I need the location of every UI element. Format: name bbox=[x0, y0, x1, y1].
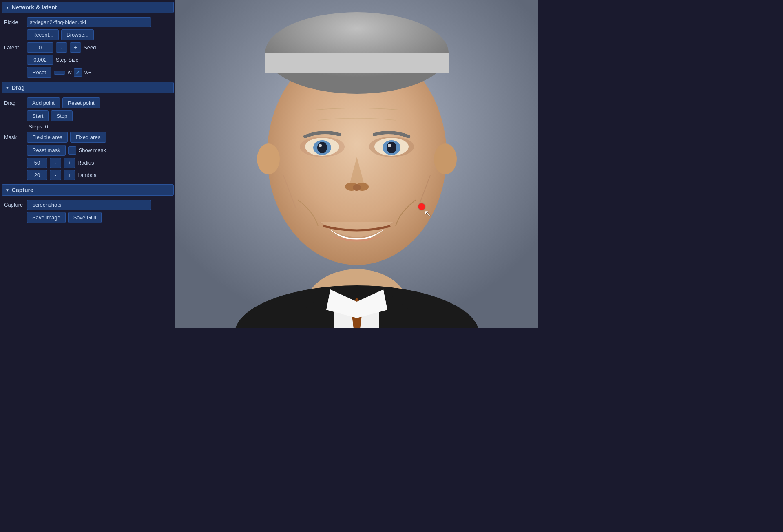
pickle-row: Pickle bbox=[2, 17, 173, 27]
reset-mask-button[interactable]: Reset mask bbox=[27, 145, 66, 156]
network-section-header[interactable]: ▼ Network & latent bbox=[2, 2, 174, 13]
w-input[interactable] bbox=[54, 71, 65, 75]
recent-button[interactable]: Recent... bbox=[27, 29, 59, 40]
radius-input[interactable] bbox=[27, 158, 47, 168]
wplus-label: w+ bbox=[84, 69, 91, 75]
seed-label: Seed bbox=[84, 44, 96, 51]
lambda-row: - + Lambda bbox=[2, 170, 173, 180]
lambda-input[interactable] bbox=[27, 170, 47, 180]
latent-input[interactable] bbox=[27, 42, 53, 53]
capture-section-header[interactable]: ▼ Capture bbox=[2, 184, 174, 196]
browse-button[interactable]: Browse... bbox=[61, 29, 94, 40]
show-mask-label: Show mask bbox=[79, 147, 106, 153]
network-section-title: Network & latent bbox=[12, 4, 57, 11]
recent-browse-row: Recent... Browse... bbox=[2, 29, 173, 40]
stop-button[interactable]: Stop bbox=[51, 110, 73, 121]
pickle-label: Pickle bbox=[4, 19, 24, 25]
capture-arrow-icon: ▼ bbox=[5, 188, 9, 192]
reset-mask-row: Reset mask Show mask bbox=[2, 145, 173, 156]
steps-text: Steps: 0 bbox=[27, 124, 50, 130]
capture-section-body: Capture Save image Save GUI bbox=[2, 198, 174, 225]
add-point-button[interactable]: Add point bbox=[27, 97, 60, 108]
radius-label: Radius bbox=[77, 160, 94, 166]
svg-point-19 bbox=[388, 144, 391, 147]
face-image bbox=[175, 0, 538, 328]
latent-label: Latent bbox=[4, 44, 24, 51]
svg-point-8 bbox=[257, 143, 280, 174]
pickle-input[interactable] bbox=[27, 17, 151, 27]
left-panel: ▼ Network & latent Pickle Recent... Brow… bbox=[0, 0, 175, 328]
drag-section-title: Drag bbox=[12, 84, 25, 91]
capture-path-input[interactable] bbox=[27, 200, 151, 210]
fixed-area-button[interactable]: Fixed area bbox=[70, 132, 106, 143]
show-mask-checkbox[interactable] bbox=[68, 146, 76, 155]
latent-row: Latent - + Seed bbox=[2, 42, 173, 53]
network-arrow-icon: ▼ bbox=[5, 5, 9, 10]
save-row: Save image Save GUI bbox=[2, 212, 173, 223]
drag-label: Drag bbox=[4, 100, 24, 106]
radius-minus-button[interactable]: - bbox=[50, 158, 61, 168]
drag-section-body: Drag Add point Reset point Start Stop St… bbox=[2, 96, 174, 182]
svg-point-14 bbox=[317, 142, 327, 153]
lambda-minus-button[interactable]: - bbox=[50, 170, 61, 180]
start-stop-row: Start Stop bbox=[2, 110, 173, 121]
latent-minus-button[interactable]: - bbox=[56, 42, 67, 53]
network-section-body: Pickle Recent... Browse... Latent - + Se… bbox=[2, 15, 174, 79]
drag-controls-row: Drag Add point Reset point bbox=[2, 97, 173, 108]
save-gui-button[interactable]: Save GUI bbox=[68, 212, 102, 223]
radius-plus-button[interactable]: + bbox=[64, 158, 75, 168]
latent-plus-button[interactable]: + bbox=[70, 42, 81, 53]
w-checkbox[interactable]: ✓ bbox=[74, 68, 82, 77]
reset-button[interactable]: Reset bbox=[27, 67, 51, 78]
drag-section-header[interactable]: ▼ Drag bbox=[2, 82, 174, 93]
capture-input-row: Capture bbox=[2, 200, 173, 210]
lambda-label: Lambda bbox=[77, 172, 97, 178]
svg-rect-7 bbox=[265, 53, 449, 73]
step-size-input[interactable] bbox=[27, 55, 53, 65]
reset-row: Reset w ✓ w+ bbox=[2, 67, 173, 78]
image-panel[interactable]: ↖ bbox=[175, 0, 538, 328]
flexible-area-button[interactable]: Flexible area bbox=[27, 132, 68, 143]
start-button[interactable]: Start bbox=[27, 110, 49, 121]
save-image-button[interactable]: Save image bbox=[27, 212, 66, 223]
lambda-plus-button[interactable]: + bbox=[64, 170, 75, 180]
svg-point-15 bbox=[319, 144, 322, 147]
drag-arrow-icon: ▼ bbox=[5, 86, 9, 90]
mask-label: Mask bbox=[4, 134, 24, 140]
w-label: w bbox=[68, 69, 71, 75]
mask-row: Mask Flexible area Fixed area bbox=[2, 132, 173, 143]
capture-label: Capture bbox=[4, 202, 24, 208]
step-size-label: Step Size bbox=[56, 57, 79, 63]
svg-point-22 bbox=[353, 184, 361, 191]
step-size-row: Step Size bbox=[2, 55, 173, 65]
svg-point-9 bbox=[434, 143, 457, 174]
capture-section-title: Capture bbox=[12, 187, 33, 193]
steps-row: Steps: 0 bbox=[2, 124, 173, 130]
radius-row: - + Radius bbox=[2, 158, 173, 168]
svg-point-18 bbox=[387, 142, 396, 153]
reset-point-button[interactable]: Reset point bbox=[62, 97, 100, 108]
